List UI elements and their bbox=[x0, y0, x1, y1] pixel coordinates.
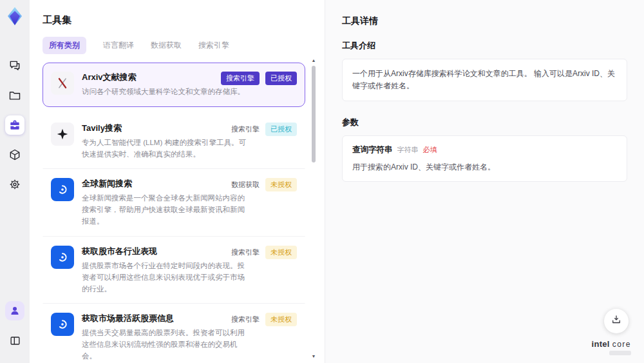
sidebar-bottom-group bbox=[5, 296, 24, 355]
tool-card-list: Arxiv文献搜索 访问各个研究领域大量科学论文和文章的存储库。 搜索引擎 已授… bbox=[43, 63, 325, 363]
sidebar-item-plugins[interactable] bbox=[5, 145, 24, 164]
intel-core-logo: intel core bbox=[592, 339, 632, 355]
left-sidebar bbox=[0, 0, 30, 363]
sidebar-item-account[interactable] bbox=[5, 301, 24, 320]
tool-description: 访问各个研究领域大量科学论文和文章的存储库。 bbox=[82, 86, 252, 98]
scroll-down-icon[interactable]: ▼ bbox=[310, 353, 317, 359]
chat-icon bbox=[8, 59, 21, 72]
news-logo-icon bbox=[51, 178, 74, 201]
scroll-up-icon[interactable]: ▲ bbox=[310, 57, 317, 63]
gear-icon bbox=[8, 178, 21, 191]
param-type: 字符串 bbox=[397, 145, 419, 155]
download-icon bbox=[611, 314, 622, 328]
stock-logo-icon bbox=[51, 246, 74, 269]
tool-description: 全球新闻搜索是一个聚合全球各大新闻网站内容的搜索引擎，帮助用户快速获取全球最新资… bbox=[82, 193, 252, 227]
param-description: 用于搜索的Arxiv ID、关键字或作者姓名。 bbox=[352, 162, 617, 173]
auth-status-badge: 未授权 bbox=[265, 178, 297, 191]
tool-detail-panel: 工具详情 工具介绍 一个用于从Arxiv存储库搜索科学论文和文章的工具。 输入可… bbox=[325, 0, 644, 363]
tool-description: 提供股票市场各个行业在特定时间段内的表现。投资者可以利用这些信息来识别表现优于或… bbox=[82, 260, 252, 295]
logo-sub-bar bbox=[609, 351, 631, 355]
folder-icon bbox=[8, 89, 21, 102]
user-icon bbox=[9, 305, 21, 317]
category-badge: 数据获取 bbox=[231, 178, 260, 191]
tool-card-arxiv[interactable]: Arxiv文献搜索 访问各个研究领域大量科学论文和文章的存储库。 搜索引擎 已授… bbox=[43, 63, 305, 107]
tool-card-sector-performance[interactable]: 获取股市各行业表现 提供股票市场各个行业在特定时间段内的表现。投资者可以利用这些… bbox=[43, 237, 305, 304]
param-name: 查询字符串 bbox=[352, 144, 393, 155]
tool-description: 专为人工智能代理 (LLM) 构建的搜索引擎工具。可快速提供实时、准确和真实的结… bbox=[82, 137, 252, 161]
download-button[interactable] bbox=[604, 309, 629, 333]
intro-section-title: 工具介绍 bbox=[342, 40, 627, 52]
tool-card-most-active-stocks[interactable]: 获取市场最活跃股票信息 提供当天交易量最高的股票列表。投资者可以利用这些信息来识… bbox=[43, 304, 305, 363]
tavily-star-icon bbox=[51, 123, 74, 146]
tool-card-tavily[interactable]: Tavily搜索 专为人工智能代理 (LLM) 构建的搜索引擎工具。可快速提供实… bbox=[43, 113, 305, 170]
tool-intro-box: 一个用于从Arxiv存储库搜索科学论文和文章的工具。 输入可以是Arxiv ID… bbox=[342, 59, 627, 101]
auth-status-badge: 已授权 bbox=[265, 72, 297, 85]
detail-title: 工具详情 bbox=[342, 15, 627, 27]
core-logo-text: core bbox=[612, 340, 631, 349]
toolbox-icon bbox=[8, 119, 21, 132]
scrollbar-thumb[interactable] bbox=[312, 66, 316, 162]
sidebar-item-chat[interactable] bbox=[5, 56, 24, 75]
list-scrollbar[interactable]: ▲ ▼ bbox=[310, 58, 317, 359]
category-badge: 搜索引擎 bbox=[231, 123, 260, 136]
category-badge: 搜索引擎 bbox=[231, 246, 260, 259]
sidebar-item-settings[interactable] bbox=[5, 175, 24, 194]
sidebar-item-collapse[interactable] bbox=[5, 331, 24, 350]
tab-data-fetch[interactable]: 数据获取 bbox=[151, 37, 182, 54]
params-section-title: 参数 bbox=[342, 117, 627, 128]
app-window: 工具集 所有类别 语言翻译 数据获取 搜索引擎 Arxiv文献搜索 访问各个研究… bbox=[0, 0, 644, 363]
param-box: 查询字符串 字符串 必填 用于搜索的Arxiv ID、关键字或作者姓名。 bbox=[342, 135, 627, 182]
category-badge: 搜索引擎 bbox=[231, 313, 260, 326]
auth-status-badge: 已授权 bbox=[265, 123, 297, 136]
panel-toggle-icon bbox=[9, 335, 21, 347]
stock-logo-icon bbox=[51, 313, 74, 336]
auth-status-badge: 未授权 bbox=[265, 246, 297, 259]
page-title: 工具集 bbox=[43, 14, 325, 26]
param-required-flag: 必填 bbox=[423, 145, 437, 155]
tab-translation[interactable]: 语言翻译 bbox=[103, 37, 134, 54]
sidebar-item-tools[interactable] bbox=[5, 115, 24, 135]
tab-search-engine[interactable]: 搜索引擎 bbox=[198, 37, 229, 54]
category-badge: 搜索引擎 bbox=[221, 72, 260, 85]
auth-status-badge: 未授权 bbox=[265, 313, 297, 326]
app-logo-icon bbox=[5, 6, 25, 26]
category-tabs: 所有类别 语言翻译 数据获取 搜索引擎 bbox=[43, 37, 325, 54]
tool-list-panel: 工具集 所有类别 语言翻译 数据获取 搜索引擎 Arxiv文献搜索 访问各个研究… bbox=[30, 0, 325, 363]
tool-card-global-news[interactable]: 全球新闻搜索 全球新闻搜索是一个聚合全球各大新闻网站内容的搜索引擎，帮助用户快速… bbox=[43, 169, 305, 236]
tab-all-categories[interactable]: 所有类别 bbox=[43, 37, 86, 54]
sidebar-item-files[interactable] bbox=[5, 86, 24, 105]
tool-description: 提供当天交易量最高的股票列表。投资者可以利用这些信息来识别流动性强的股票和潜在的… bbox=[82, 328, 252, 362]
intel-logo-text: intel bbox=[592, 339, 610, 349]
arxiv-logo-icon bbox=[51, 72, 74, 95]
cube-icon bbox=[8, 148, 21, 161]
